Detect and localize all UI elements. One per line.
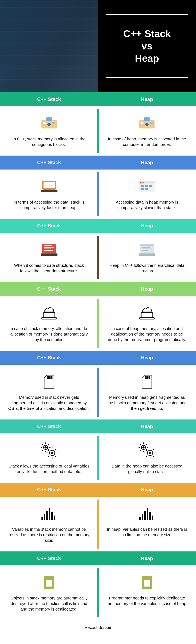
section-header: C++ Stack Heap xyxy=(0,156,196,170)
svg-rect-2 xyxy=(43,122,46,124)
svg-rect-34 xyxy=(142,250,148,251)
section-body: </> In terms of accessing the data, stac… xyxy=(0,170,196,219)
section-header: C++ Stack Heap xyxy=(0,552,196,566)
svg-rect-74 xyxy=(146,577,148,579)
section-body: In C++, stack memory is allocated in the… xyxy=(0,106,196,156)
desk-icon xyxy=(106,114,188,132)
col-right: Programmer needs to explicitly deallocat… xyxy=(98,570,196,614)
desk-icon xyxy=(8,114,90,132)
cloud-laptop-icon xyxy=(8,304,90,322)
cloud-laptop-icon xyxy=(106,304,188,322)
svg-rect-23 xyxy=(145,188,148,190)
hero-image xyxy=(0,0,98,92)
svg-rect-54 xyxy=(42,517,43,520)
svg-point-9 xyxy=(145,123,148,126)
section-body: Stack allows the accessing of local vari… xyxy=(0,434,196,483)
section-header: C++ Stack Heap xyxy=(0,282,196,296)
col-header-right: Heap xyxy=(98,556,196,561)
window-laptop-icon xyxy=(106,240,188,259)
section-header: C++ Stack Heap xyxy=(0,420,196,434)
svg-point-4 xyxy=(48,123,51,126)
body-text: In case of heap memory, allocation and d… xyxy=(106,326,188,342)
body-text: Accessing data in heap memory is compara… xyxy=(106,200,188,210)
col-header-left: C++ Stack xyxy=(0,355,98,360)
bar-chart-icon xyxy=(8,504,90,523)
gears-icon xyxy=(8,441,90,460)
divider xyxy=(97,299,99,348)
body-text: In C++, stack memory is allocated in the… xyxy=(8,136,90,147)
svg-rect-44 xyxy=(147,376,148,378)
svg-rect-59 xyxy=(54,516,55,520)
svg-rect-45 xyxy=(149,376,150,378)
svg-rect-12 xyxy=(41,190,58,192)
col-header-right: Heap xyxy=(98,286,196,292)
body-text: In terms of accessing the data, stack is… xyxy=(8,200,90,210)
svg-rect-24 xyxy=(42,244,56,253)
svg-rect-65 xyxy=(152,516,153,520)
col-header-left: C++ Stack xyxy=(0,160,98,166)
svg-rect-7 xyxy=(141,122,144,124)
col-left: Memory used in stack never gets fragment… xyxy=(0,370,98,413)
col-left: Variables in the stack memory cannot be … xyxy=(0,502,98,545)
sd-card-icon xyxy=(106,372,188,391)
svg-point-49 xyxy=(51,452,53,454)
col-header-left: C++ Stack xyxy=(0,487,98,492)
col-header-left: C++ Stack xyxy=(0,556,98,561)
col-left: Objects in stack memory are automaticall… xyxy=(0,570,98,614)
col-header-right: Heap xyxy=(98,424,196,429)
memory-chip-icon xyxy=(8,573,90,592)
svg-rect-72 xyxy=(144,580,150,586)
col-header-left: C++ Stack xyxy=(0,286,98,292)
col-right: In case of heap, memory is allocated in … xyxy=(98,111,196,150)
page-title: C++ Stack vs Heap xyxy=(123,28,171,65)
col-header-right: Heap xyxy=(98,355,196,360)
svg-rect-3 xyxy=(52,122,55,124)
svg-rect-70 xyxy=(50,577,52,579)
section-header: C++ Stack Heap xyxy=(0,92,196,106)
hero: C++ Stack vs Heap xyxy=(0,0,196,92)
title-line: C++ Stack xyxy=(123,28,171,39)
svg-rect-32 xyxy=(142,247,150,248)
col-header-right: Heap xyxy=(98,96,196,102)
svg-rect-36 xyxy=(43,312,55,318)
svg-point-17 xyxy=(142,182,143,183)
col-left: Stack allows the accessing of local vari… xyxy=(0,438,98,476)
title-line: Heap xyxy=(135,53,159,64)
body-text: In case of stack memory, allocation and … xyxy=(8,326,90,342)
svg-rect-60 xyxy=(139,517,141,520)
svg-rect-22 xyxy=(140,188,144,190)
svg-rect-1 xyxy=(46,118,52,121)
col-left: In case of stack memory, allocation and … xyxy=(0,301,98,344)
section-body: In case of stack memory, allocation and … xyxy=(0,296,196,351)
col-header-left: C++ Stack xyxy=(0,424,98,429)
svg-rect-33 xyxy=(142,248,152,249)
svg-rect-56 xyxy=(46,510,48,520)
section-header: C++ Stack Heap xyxy=(0,483,196,497)
sd-card-icon xyxy=(8,372,90,391)
col-right: Memory used in heap gets fragmented as t… xyxy=(98,370,196,413)
svg-rect-29 xyxy=(41,254,58,256)
divider xyxy=(97,172,99,216)
svg-rect-61 xyxy=(142,514,143,520)
svg-rect-64 xyxy=(149,512,151,520)
body-text: Memory used in heap gets fragmented as t… xyxy=(106,395,188,411)
svg-rect-42 xyxy=(51,376,52,378)
svg-rect-28 xyxy=(44,250,53,251)
col-right: Accessing data in heap memory is compara… xyxy=(98,174,196,212)
svg-rect-68 xyxy=(46,577,48,579)
footer-text: www.educba.com xyxy=(0,620,196,638)
svg-rect-63 xyxy=(147,508,148,520)
svg-rect-57 xyxy=(49,508,50,520)
body-text: Objects in stack memory are automaticall… xyxy=(8,595,90,612)
svg-rect-55 xyxy=(44,514,45,520)
divider xyxy=(97,368,99,416)
svg-rect-21 xyxy=(149,185,152,187)
section-body: Objects in stack memory are automaticall… xyxy=(0,566,196,620)
col-header-left: C++ Stack xyxy=(0,223,98,228)
title-line: vs xyxy=(142,41,152,52)
col-right: Data in the heap can also be accessed gl… xyxy=(98,438,196,476)
svg-rect-27 xyxy=(44,248,51,249)
text-laptop-icon xyxy=(8,240,90,259)
section-header: C++ Stack Heap xyxy=(0,219,196,233)
svg-text:</>: </> xyxy=(46,184,52,188)
